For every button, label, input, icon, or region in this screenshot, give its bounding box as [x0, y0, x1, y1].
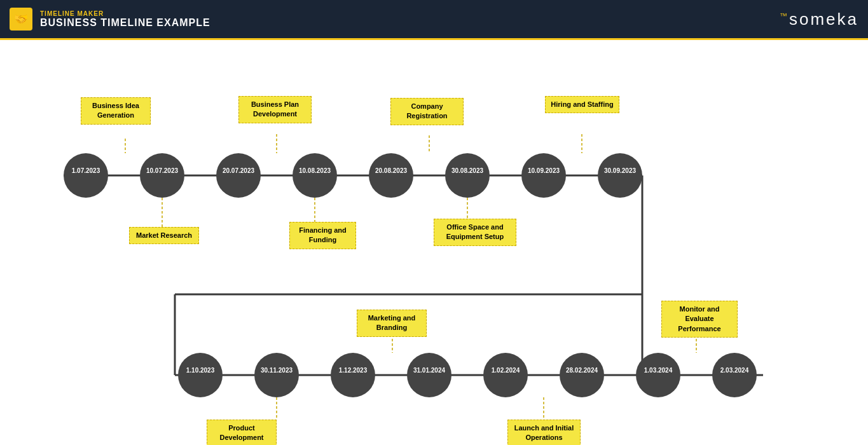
- label-financing-funding: Financing and Funding: [289, 222, 356, 249]
- node-3: [216, 153, 261, 198]
- logo-dot: ™: [780, 11, 789, 20]
- node-10: [254, 353, 299, 397]
- node-8: [598, 153, 642, 198]
- label-product-development: Product Development: [207, 420, 277, 445]
- node-5: [369, 153, 413, 198]
- someka-logo: ™someka: [780, 10, 858, 29]
- label-launch-operations: Launch and Initial Operations: [507, 420, 581, 445]
- timeline-wrapper: 1.07.2023 10.07.2023 20.07.2023 10.08.20…: [0, 40, 868, 445]
- node-4: [293, 153, 337, 198]
- node-13: [483, 353, 528, 397]
- app-icon: 🤝: [10, 8, 32, 31]
- node-6: [445, 153, 490, 198]
- header-text: TIMELINE MAKER BUSINESS TIMELINE EXAMPLE: [40, 10, 210, 29]
- node-15: [636, 353, 680, 397]
- svg-text:1.10.2023: 1.10.2023: [186, 367, 215, 374]
- svg-text:1.07.2023: 1.07.2023: [72, 167, 100, 174]
- svg-text:1.03.2024: 1.03.2024: [644, 367, 673, 374]
- svg-text:20.08.2023: 20.08.2023: [375, 167, 407, 174]
- node-12: [407, 353, 451, 397]
- app-subtitle: TIMELINE MAKER: [40, 10, 210, 17]
- svg-text:30.11.2023: 30.11.2023: [261, 367, 293, 374]
- svg-text:28.02.2024: 28.02.2024: [566, 367, 598, 374]
- svg-text:30.08.2023: 30.08.2023: [451, 167, 483, 174]
- header: 🤝 TIMELINE MAKER BUSINESS TIMELINE EXAMP…: [0, 0, 868, 38]
- svg-text:1.12.2023: 1.12.2023: [339, 367, 368, 374]
- svg-text:10.08.2023: 10.08.2023: [299, 167, 331, 174]
- node-1: [64, 153, 108, 198]
- node-9: [178, 353, 223, 397]
- svg-text:1.02.2024: 1.02.2024: [492, 367, 520, 374]
- node-16: [712, 353, 757, 397]
- svg-text:20.07.2023: 20.07.2023: [223, 167, 254, 174]
- label-market-research: Market Research: [129, 227, 199, 244]
- svg-text:2.03.2024: 2.03.2024: [720, 367, 749, 374]
- page-title: BUSINESS TIMELINE EXAMPLE: [40, 17, 210, 29]
- node-14: [560, 353, 604, 397]
- svg-text:10.07.2023: 10.07.2023: [146, 167, 178, 174]
- main-content: 1.07.2023 10.07.2023 20.07.2023 10.08.20…: [0, 40, 868, 445]
- label-company-registration: Company Registration: [390, 98, 464, 125]
- svg-text:10.09.2023: 10.09.2023: [528, 167, 560, 174]
- label-office-space: Office Space and Equipment Setup: [434, 219, 516, 246]
- node-7: [521, 153, 566, 198]
- label-business-idea: Business Idea Generation: [81, 97, 151, 125]
- label-marketing-branding: Marketing and Branding: [357, 310, 427, 337]
- label-hiring-staffing: Hiring and Staffing: [545, 96, 619, 113]
- svg-text:31.01.2024: 31.01.2024: [413, 367, 445, 374]
- svg-text:30.09.2023: 30.09.2023: [604, 167, 636, 174]
- label-business-plan: Business Plan Development: [238, 96, 312, 123]
- label-monitor-evaluate: Monitor and Evaluate Performance: [661, 301, 738, 338]
- node-11: [331, 353, 375, 397]
- header-left: 🤝 TIMELINE MAKER BUSINESS TIMELINE EXAMP…: [10, 8, 210, 31]
- node-2: [140, 153, 184, 198]
